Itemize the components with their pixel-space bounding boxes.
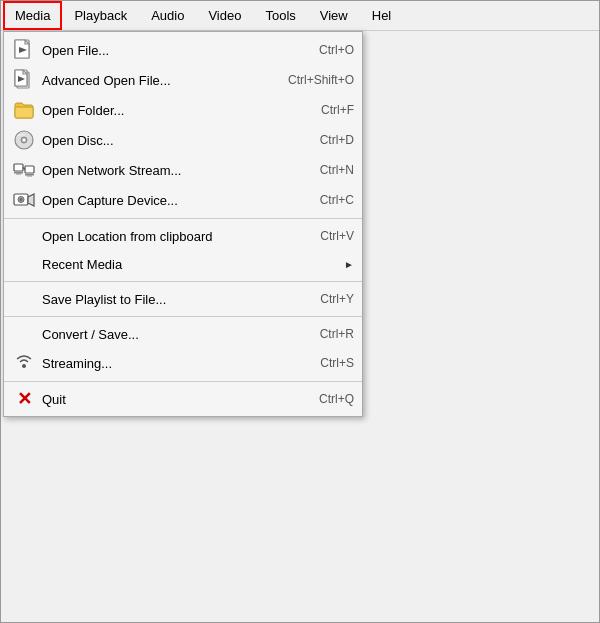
convert-save-shortcut: Ctrl+R (300, 327, 354, 341)
open-file-shortcut: Ctrl+O (299, 43, 354, 57)
menu-open-capture[interactable]: Open Capture Device... Ctrl+C (4, 185, 362, 215)
menu-open-location[interactable]: Open Location from clipboard Ctrl+V (4, 222, 362, 250)
menu-item-help[interactable]: Hel (360, 1, 404, 30)
svg-point-19 (20, 198, 23, 201)
save-playlist-shortcut: Ctrl+Y (300, 292, 354, 306)
media-dropdown: Open File... Ctrl+O (3, 31, 363, 417)
advanced-open-icon (10, 69, 38, 91)
menu-open-folder[interactable]: Open Folder... Ctrl+F (4, 95, 362, 125)
app-window: Media Open File... (0, 0, 600, 623)
open-folder-label: Open Folder... (38, 103, 301, 118)
menu-item-view[interactable]: View (308, 1, 360, 30)
open-file-label: Open File... (38, 43, 299, 58)
open-network-icon (10, 159, 38, 181)
open-capture-icon (10, 189, 38, 211)
save-playlist-label: Save Playlist to File... (38, 292, 300, 307)
svg-point-8 (23, 139, 26, 142)
menu-open-disc[interactable]: Open Disc... Ctrl+D (4, 125, 362, 155)
menu-save-playlist[interactable]: Save Playlist to File... Ctrl+Y (4, 285, 362, 313)
open-disc-icon (10, 129, 38, 151)
menu-item-video[interactable]: Video (196, 1, 253, 30)
menu-item-media[interactable]: Media (3, 1, 62, 30)
svg-rect-5 (15, 107, 33, 118)
streaming-label: Streaming... (38, 356, 300, 371)
menu-quit[interactable]: ✕ Quit Ctrl+Q (4, 385, 362, 413)
open-folder-icon (10, 99, 38, 121)
streaming-icon (10, 352, 38, 374)
menu-streaming[interactable]: Streaming... Ctrl+S (4, 348, 362, 378)
menu-item-audio[interactable]: Audio (139, 1, 196, 30)
svg-rect-11 (16, 174, 21, 175)
svg-point-20 (22, 364, 26, 368)
separator-3 (4, 316, 362, 317)
quit-shortcut: Ctrl+Q (299, 392, 354, 406)
advanced-open-label: Advanced Open File... (38, 73, 268, 88)
menu-item-tools[interactable]: Tools (253, 1, 307, 30)
open-file-icon (10, 39, 38, 61)
menu-convert-save[interactable]: Convert / Save... Ctrl+R (4, 320, 362, 348)
separator-1 (4, 218, 362, 219)
open-network-shortcut: Ctrl+N (300, 163, 354, 177)
open-disc-shortcut: Ctrl+D (300, 133, 354, 147)
recent-media-arrow: ► (344, 259, 354, 270)
streaming-shortcut: Ctrl+S (300, 356, 354, 370)
svg-rect-14 (27, 176, 32, 177)
open-folder-shortcut: Ctrl+F (301, 103, 354, 117)
menu-recent-media[interactable]: Recent Media ► (4, 250, 362, 278)
svg-rect-9 (14, 164, 23, 171)
menu-open-network[interactable]: Open Network Stream... Ctrl+N (4, 155, 362, 185)
open-location-shortcut: Ctrl+V (300, 229, 354, 243)
separator-4 (4, 381, 362, 382)
menu-item-playback[interactable]: Playback (62, 1, 139, 30)
menu-advanced-open[interactable]: Advanced Open File... Ctrl+Shift+O (4, 65, 362, 95)
open-capture-shortcut: Ctrl+C (300, 193, 354, 207)
menu-open-file[interactable]: Open File... Ctrl+O (4, 35, 362, 65)
open-location-label: Open Location from clipboard (38, 229, 300, 244)
quit-label: Quit (38, 392, 299, 407)
quit-icon: ✕ (10, 390, 38, 408)
open-disc-label: Open Disc... (38, 133, 300, 148)
svg-rect-12 (25, 166, 34, 173)
svg-rect-13 (25, 174, 34, 176)
separator-2 (4, 281, 362, 282)
menubar: Media Open File... (1, 1, 599, 31)
convert-save-label: Convert / Save... (38, 327, 300, 342)
svg-rect-10 (14, 172, 23, 174)
advanced-open-shortcut: Ctrl+Shift+O (268, 73, 354, 87)
media-menu-container: Media Open File... (3, 1, 62, 30)
svg-marker-17 (28, 194, 34, 206)
open-capture-label: Open Capture Device... (38, 193, 300, 208)
open-network-label: Open Network Stream... (38, 163, 300, 178)
recent-media-label: Recent Media (38, 257, 344, 272)
